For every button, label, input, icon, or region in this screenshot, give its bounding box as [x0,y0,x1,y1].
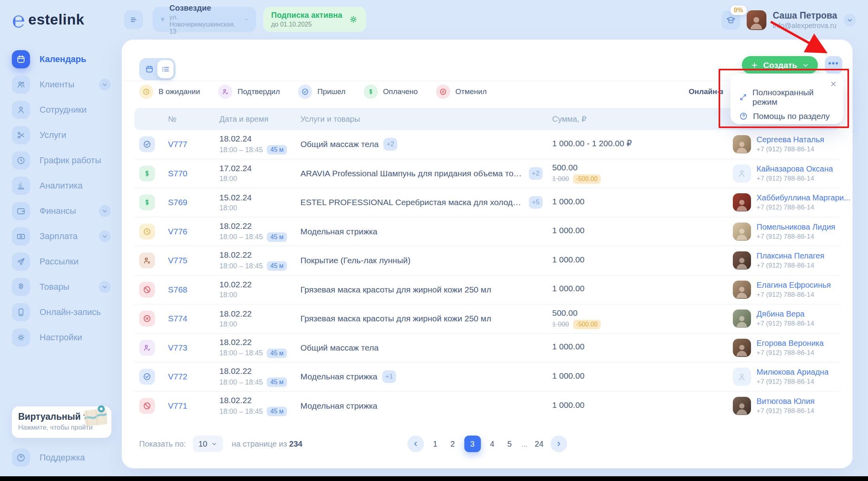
duration-badge: 45 м [267,349,287,358]
avatar-placeholder [733,368,751,386]
order-number-link[interactable]: S768 [168,285,219,294]
progress-badge: 0% [730,6,747,15]
order-number-link[interactable]: V775 [168,256,219,265]
bar-chart-icon [12,177,30,195]
sidebar-item-analytics[interactable]: Аналитика [12,173,122,198]
order-number-link[interactable]: V772 [168,372,219,381]
location-selector[interactable]: Созвездие ул. Новочеремушкинская, 13 [153,7,256,32]
price: 1 000.00 [552,255,733,264]
create-button[interactable]: Создать [742,56,818,74]
table-row[interactable]: S768 10.02.2218:00 Грязевая маска красот… [134,275,840,305]
clock-icon [139,85,153,99]
client-phone: +7 (912) 788-86-14 [757,175,833,183]
brand-name: estelink [28,11,85,28]
service-name: Грязевая маска красоты для жирной кожи 2… [300,314,491,323]
table-row[interactable]: V775 18.02.2218:00 – 18:4545 м Покрытие … [134,246,840,275]
client-name-link[interactable]: Кайназарова Оксана [757,164,833,174]
order-number-link[interactable]: S770 [168,169,219,178]
section-help-menu-item[interactable]: Помощь по разделу [739,111,835,121]
client-name-link[interactable]: Помельникова Лидия [757,223,835,232]
gear-icon [349,15,358,24]
close-icon[interactable]: × [830,79,836,89]
order-number-link[interactable]: S774 [168,314,219,323]
user-avatar[interactable] [747,10,766,30]
order-number-link[interactable]: V773 [168,343,219,353]
subscription-status[interactable]: Подписка активна до 01.10.2025 [263,7,366,32]
legend-cancelled[interactable]: Отменил [436,85,487,99]
menu-toggle-button[interactable] [124,10,143,29]
legend-paid[interactable]: Оплачено [364,85,418,99]
table-row[interactable]: S774 18.02.2218:00 Грязевая маска красот… [134,304,840,334]
sidebar-item-mailings[interactable]: Рассылки [12,249,122,274]
row-date: 18.02.22 [219,338,300,347]
client-name-link[interactable]: Дябина Вера [757,309,814,319]
order-number-link[interactable]: V776 [168,227,219,236]
sidebar-item-calendar[interactable]: Календарь [12,47,122,72]
phone-icon [12,303,30,321]
more-actions-popup: × Полноэкранный режим Помощь по разделу [730,74,843,124]
sidebar-item-support[interactable]: Поддержка [12,449,85,467]
table-row[interactable]: V772 18.02.2218:00 – 18:4545 м Модельная… [134,362,840,392]
client-name-link[interactable]: Егорова Вероника [757,339,824,348]
client-name-link[interactable]: Милюкова Ариадна [757,368,828,377]
sidebar-item-employees[interactable]: Сотрудники [12,97,122,123]
virtual-tour-card[interactable]: Виртуальный тур Нажмите, чтобы пройти [12,406,111,438]
list-view-button[interactable] [157,60,174,78]
client-name-link[interactable]: Плаксина Пелагея [757,251,824,260]
service-name: ESTEL PROFESSIONAL Серебристая маска для… [300,198,524,207]
client-phone: +7 (912) 788-86-14 [757,320,814,328]
table-row[interactable]: V771 18.02.2218:00 – 18:4545 м Модельная… [134,392,840,421]
more-actions-button[interactable]: ••• [825,56,842,74]
price: 1 000.00 [552,284,733,293]
page-button-active[interactable]: 3 [464,436,481,452]
page-button[interactable]: 5 [504,436,515,452]
legend-came[interactable]: Пришел [298,85,345,99]
check-circle-icon [298,85,312,99]
client-name-link[interactable]: Елагина Ефросинья [757,281,831,290]
order-number-link[interactable]: S769 [168,198,219,207]
sidebar-item-finance[interactable]: Финансы [12,198,122,224]
page-button[interactable]: 4 [486,436,498,452]
page-ellipsis: ... [521,440,528,449]
user-menu-button[interactable] [843,14,856,26]
row-time: 18:00 – 18:45 [219,146,263,154]
next-page-button[interactable] [551,436,567,452]
sidebar-item-online-booking[interactable]: Онлайн-запись [12,300,122,325]
client-name-link[interactable]: Сергеева Наталья [757,135,824,144]
per-page-select[interactable]: 10 [193,436,223,452]
legend-confirmed[interactable]: Подтвердил [218,85,280,99]
page-button[interactable]: 1 [429,436,441,452]
table-row[interactable]: S769 15.02.2418:00 ESTEL PROFESSIONAL Се… [134,188,840,217]
row-time: 18:00 – 18:45 [219,378,263,387]
sidebar-item-services[interactable]: Услуги [12,123,122,148]
extra-count-badge: +5 [529,196,543,209]
page-button[interactable]: 24 [533,436,545,452]
fullscreen-menu-item[interactable]: Полноэкранный режим [739,88,835,107]
avatar [733,281,751,299]
view-toggle [139,58,175,80]
legend-waiting[interactable]: В ожидании [139,85,200,99]
row-time: 18:00 – 18:45 [219,349,263,357]
calendar-view-button[interactable] [141,60,157,78]
table-row[interactable]: V773 18.02.2218:00 – 18:4545 м Общий мас… [134,334,840,363]
col-sum: Сумма, ₽ [552,114,733,124]
table-row[interactable]: V777 18.02.2418:00 – 18:4545 м Общий мас… [134,130,840,159]
duration-badge: 45 м [267,232,287,242]
sidebar-item-schedule[interactable]: График работы [12,148,122,173]
service-name: Модельная стрижка [300,401,377,411]
price: 1 000.00 [552,371,733,381]
scissors-icon [12,126,30,144]
client-name-link[interactable]: Витюгова Юлия [757,397,815,406]
sidebar-item-settings[interactable]: Настройки [12,325,122,350]
table-row[interactable]: S770 17.02.2418:00 ARAVIA Professional Ш… [134,159,840,189]
table-row[interactable]: V776 18.02.2218:00 – 18:4545 м Модельная… [134,217,840,247]
sidebar-item-clients[interactable]: Клиенты [12,72,122,97]
sidebar-item-salary[interactable]: Зарплата [12,224,122,249]
page-button[interactable]: 2 [447,436,459,452]
prev-page-button[interactable] [407,436,424,452]
sidebar-item-products[interactable]: Товары [12,274,122,300]
client-name-link[interactable]: Хаббибуллина Маргари... [757,193,850,202]
order-number-link[interactable]: V777 [168,140,219,149]
order-number-link[interactable]: V771 [168,401,219,411]
price: 1 000.00 [552,342,733,351]
